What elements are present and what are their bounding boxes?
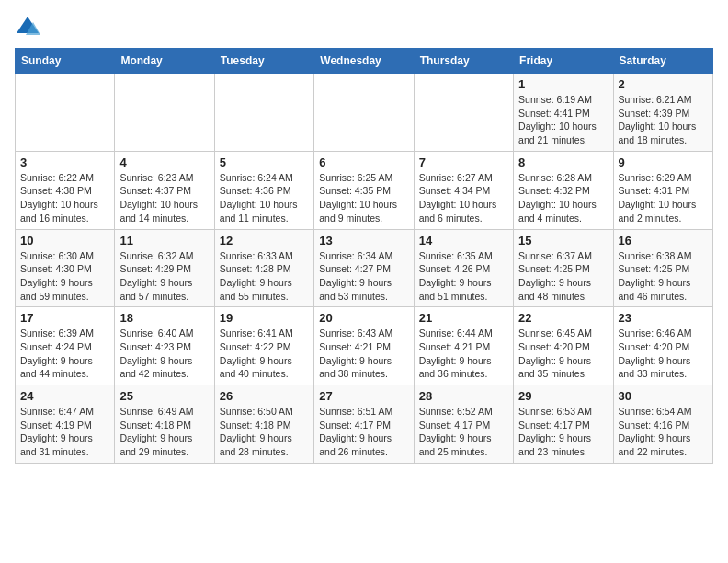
calendar-cell: 8Sunrise: 6:28 AMSunset: 4:32 PMDaylight… bbox=[514, 151, 613, 229]
logo bbox=[15, 15, 44, 37]
calendar-cell: 2Sunrise: 6:21 AMSunset: 4:39 PMDaylight… bbox=[613, 74, 712, 152]
day-number: 19 bbox=[220, 311, 309, 325]
day-number: 7 bbox=[419, 155, 508, 169]
day-info: Sunrise: 6:47 AMSunset: 4:19 PMDaylight:… bbox=[20, 405, 109, 459]
day-info: Sunrise: 6:32 AMSunset: 4:29 PMDaylight:… bbox=[119, 249, 209, 304]
calendar-cell: 20Sunrise: 6:43 AMSunset: 4:21 PMDayligh… bbox=[314, 307, 414, 385]
calendar-cell: 30Sunrise: 6:54 AMSunset: 4:16 PMDayligh… bbox=[613, 385, 712, 464]
calendar-cell: 29Sunrise: 6:53 AMSunset: 4:17 PMDayligh… bbox=[514, 385, 613, 464]
calendar-cell: 22Sunrise: 6:45 AMSunset: 4:20 PMDayligh… bbox=[514, 307, 613, 385]
day-number: 1 bbox=[518, 77, 608, 91]
logo-icon bbox=[15, 15, 40, 37]
calendar-cell bbox=[214, 74, 313, 152]
day-number: 13 bbox=[319, 234, 408, 247]
day-number: 2 bbox=[619, 77, 708, 91]
day-number: 22 bbox=[518, 311, 608, 325]
day-number: 24 bbox=[20, 389, 109, 403]
day-number: 6 bbox=[319, 155, 408, 169]
calendar-cell: 17Sunrise: 6:39 AMSunset: 4:24 PMDayligh… bbox=[16, 307, 115, 385]
calendar-cell: 27Sunrise: 6:51 AMSunset: 4:17 PMDayligh… bbox=[314, 385, 414, 464]
calendar-cell: 7Sunrise: 6:27 AMSunset: 4:34 PMDaylight… bbox=[414, 151, 513, 229]
calendar-cell: 15Sunrise: 6:37 AMSunset: 4:25 PMDayligh… bbox=[514, 229, 613, 307]
page-header bbox=[15, 15, 713, 37]
day-number: 18 bbox=[119, 311, 209, 325]
calendar-cell: 3Sunrise: 6:22 AMSunset: 4:38 PMDaylight… bbox=[16, 151, 115, 229]
day-number: 10 bbox=[20, 234, 109, 247]
header-wednesday: Wednesday bbox=[314, 49, 414, 74]
calendar-table: SundayMondayTuesdayWednesdayThursdayFrid… bbox=[15, 48, 713, 464]
day-info: Sunrise: 6:22 AMSunset: 4:38 PMDaylight:… bbox=[20, 171, 109, 225]
day-info: Sunrise: 6:54 AMSunset: 4:16 PMDaylight:… bbox=[619, 405, 708, 459]
day-info: Sunrise: 6:49 AMSunset: 4:18 PMDaylight:… bbox=[119, 405, 209, 459]
calendar-cell: 14Sunrise: 6:35 AMSunset: 4:26 PMDayligh… bbox=[414, 229, 513, 307]
day-number: 30 bbox=[619, 389, 708, 403]
calendar-cell: 23Sunrise: 6:46 AMSunset: 4:20 PMDayligh… bbox=[613, 307, 712, 385]
calendar-cell: 25Sunrise: 6:49 AMSunset: 4:18 PMDayligh… bbox=[115, 385, 214, 464]
day-info: Sunrise: 6:34 AMSunset: 4:27 PMDaylight:… bbox=[319, 249, 408, 304]
day-info: Sunrise: 6:23 AMSunset: 4:37 PMDaylight:… bbox=[119, 171, 209, 225]
calendar-cell: 4Sunrise: 6:23 AMSunset: 4:37 PMDaylight… bbox=[115, 151, 214, 229]
day-info: Sunrise: 6:44 AMSunset: 4:21 PMDaylight:… bbox=[419, 327, 508, 381]
calendar-week-2: 3Sunrise: 6:22 AMSunset: 4:38 PMDaylight… bbox=[16, 151, 713, 229]
day-number: 15 bbox=[518, 234, 608, 247]
day-info: Sunrise: 6:43 AMSunset: 4:21 PMDaylight:… bbox=[319, 327, 408, 381]
day-info: Sunrise: 6:40 AMSunset: 4:23 PMDaylight:… bbox=[119, 327, 209, 381]
day-info: Sunrise: 6:51 AMSunset: 4:17 PMDaylight:… bbox=[319, 405, 408, 459]
day-info: Sunrise: 6:41 AMSunset: 4:22 PMDaylight:… bbox=[220, 327, 309, 381]
day-info: Sunrise: 6:33 AMSunset: 4:28 PMDaylight:… bbox=[220, 249, 309, 304]
calendar-week-3: 10Sunrise: 6:30 AMSunset: 4:30 PMDayligh… bbox=[16, 229, 713, 307]
calendar-cell: 26Sunrise: 6:50 AMSunset: 4:18 PMDayligh… bbox=[214, 385, 313, 464]
day-info: Sunrise: 6:27 AMSunset: 4:34 PMDaylight:… bbox=[419, 171, 508, 225]
calendar-cell: 12Sunrise: 6:33 AMSunset: 4:28 PMDayligh… bbox=[214, 229, 313, 307]
day-number: 25 bbox=[119, 389, 209, 403]
header-row: SundayMondayTuesdayWednesdayThursdayFrid… bbox=[16, 49, 713, 74]
calendar-cell bbox=[314, 74, 414, 152]
day-info: Sunrise: 6:21 AMSunset: 4:39 PMDaylight:… bbox=[619, 93, 708, 147]
calendar-cell: 21Sunrise: 6:44 AMSunset: 4:21 PMDayligh… bbox=[414, 307, 513, 385]
day-number: 17 bbox=[20, 311, 109, 325]
calendar-cell: 28Sunrise: 6:52 AMSunset: 4:17 PMDayligh… bbox=[414, 385, 513, 464]
calendar-cell bbox=[115, 74, 214, 152]
day-info: Sunrise: 6:50 AMSunset: 4:18 PMDaylight:… bbox=[220, 405, 309, 459]
calendar-cell: 24Sunrise: 6:47 AMSunset: 4:19 PMDayligh… bbox=[16, 385, 115, 464]
header-saturday: Saturday bbox=[613, 49, 712, 74]
calendar-cell: 16Sunrise: 6:38 AMSunset: 4:25 PMDayligh… bbox=[613, 229, 712, 307]
day-info: Sunrise: 6:38 AMSunset: 4:25 PMDaylight:… bbox=[619, 249, 708, 304]
day-number: 26 bbox=[220, 389, 309, 403]
calendar-cell: 13Sunrise: 6:34 AMSunset: 4:27 PMDayligh… bbox=[314, 229, 414, 307]
calendar-week-4: 17Sunrise: 6:39 AMSunset: 4:24 PMDayligh… bbox=[16, 307, 713, 385]
day-number: 20 bbox=[319, 311, 408, 325]
day-info: Sunrise: 6:46 AMSunset: 4:20 PMDaylight:… bbox=[619, 327, 708, 381]
day-info: Sunrise: 6:19 AMSunset: 4:41 PMDaylight:… bbox=[518, 93, 608, 147]
day-info: Sunrise: 6:30 AMSunset: 4:30 PMDaylight:… bbox=[20, 249, 109, 304]
calendar-cell: 19Sunrise: 6:41 AMSunset: 4:22 PMDayligh… bbox=[214, 307, 313, 385]
header-tuesday: Tuesday bbox=[214, 49, 313, 74]
day-number: 28 bbox=[419, 389, 508, 403]
day-info: Sunrise: 6:29 AMSunset: 4:31 PMDaylight:… bbox=[619, 171, 708, 225]
calendar-week-1: 1Sunrise: 6:19 AMSunset: 4:41 PMDaylight… bbox=[16, 74, 713, 152]
day-number: 11 bbox=[119, 234, 209, 247]
day-info: Sunrise: 6:25 AMSunset: 4:35 PMDaylight:… bbox=[319, 171, 408, 225]
calendar-cell: 1Sunrise: 6:19 AMSunset: 4:41 PMDaylight… bbox=[514, 74, 613, 152]
day-info: Sunrise: 6:37 AMSunset: 4:25 PMDaylight:… bbox=[518, 249, 608, 304]
day-number: 12 bbox=[220, 234, 309, 247]
day-info: Sunrise: 6:52 AMSunset: 4:17 PMDaylight:… bbox=[419, 405, 508, 459]
header-friday: Friday bbox=[514, 49, 613, 74]
calendar-cell: 10Sunrise: 6:30 AMSunset: 4:30 PMDayligh… bbox=[16, 229, 115, 307]
day-number: 9 bbox=[619, 155, 708, 169]
header-sunday: Sunday bbox=[16, 49, 115, 74]
day-info: Sunrise: 6:24 AMSunset: 4:36 PMDaylight:… bbox=[220, 171, 309, 225]
day-number: 8 bbox=[518, 155, 608, 169]
day-number: 5 bbox=[220, 155, 309, 169]
day-number: 4 bbox=[119, 155, 209, 169]
day-info: Sunrise: 6:45 AMSunset: 4:20 PMDaylight:… bbox=[518, 327, 608, 381]
day-info: Sunrise: 6:28 AMSunset: 4:32 PMDaylight:… bbox=[518, 171, 608, 225]
header-monday: Monday bbox=[115, 49, 214, 74]
calendar-cell: 11Sunrise: 6:32 AMSunset: 4:29 PMDayligh… bbox=[115, 229, 214, 307]
calendar-week-5: 24Sunrise: 6:47 AMSunset: 4:19 PMDayligh… bbox=[16, 385, 713, 464]
day-number: 23 bbox=[619, 311, 708, 325]
day-number: 16 bbox=[619, 234, 708, 247]
day-number: 21 bbox=[419, 311, 508, 325]
calendar-cell: 6Sunrise: 6:25 AMSunset: 4:35 PMDaylight… bbox=[314, 151, 414, 229]
day-info: Sunrise: 6:53 AMSunset: 4:17 PMDaylight:… bbox=[518, 405, 608, 459]
